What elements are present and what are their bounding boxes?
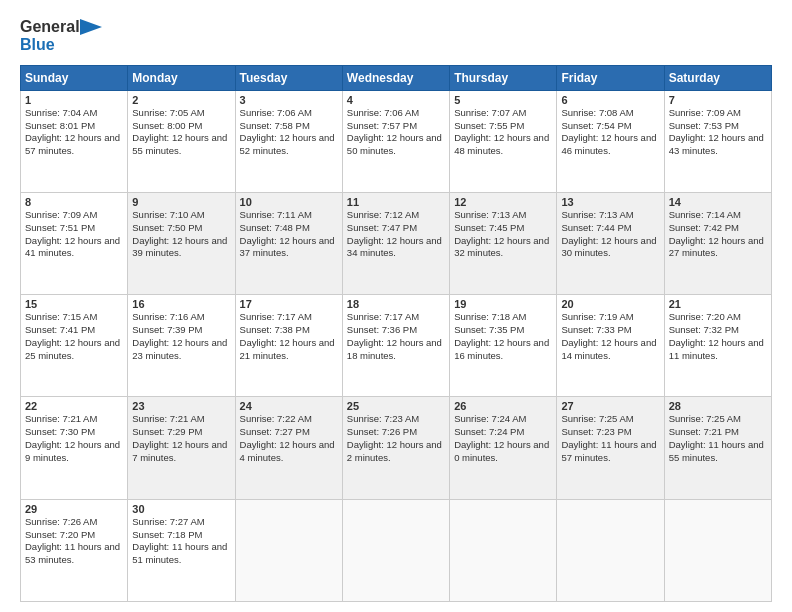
calendar-cell: 11Sunrise: 7:12 AMSunset: 7:47 PMDayligh…	[342, 193, 449, 295]
day-header-friday: Friday	[557, 65, 664, 90]
day-info: Sunrise: 7:14 AMSunset: 7:42 PMDaylight:…	[669, 209, 767, 260]
day-info: Sunrise: 7:04 AMSunset: 8:01 PMDaylight:…	[25, 107, 123, 158]
day-info: Sunrise: 7:21 AMSunset: 7:29 PMDaylight:…	[132, 413, 230, 464]
day-info: Sunrise: 7:24 AMSunset: 7:24 PMDaylight:…	[454, 413, 552, 464]
calendar-cell: 9Sunrise: 7:10 AMSunset: 7:50 PMDaylight…	[128, 193, 235, 295]
calendar-cell: 4Sunrise: 7:06 AMSunset: 7:57 PMDaylight…	[342, 90, 449, 192]
day-number: 8	[25, 196, 123, 208]
day-number: 1	[25, 94, 123, 106]
day-info: Sunrise: 7:18 AMSunset: 7:35 PMDaylight:…	[454, 311, 552, 362]
calendar-week-4: 22Sunrise: 7:21 AMSunset: 7:30 PMDayligh…	[21, 397, 772, 499]
calendar-cell: 26Sunrise: 7:24 AMSunset: 7:24 PMDayligh…	[450, 397, 557, 499]
calendar-table: SundayMondayTuesdayWednesdayThursdayFrid…	[20, 65, 772, 602]
calendar-cell	[342, 499, 449, 601]
calendar-cell: 22Sunrise: 7:21 AMSunset: 7:30 PMDayligh…	[21, 397, 128, 499]
calendar-cell: 21Sunrise: 7:20 AMSunset: 7:32 PMDayligh…	[664, 295, 771, 397]
day-number: 12	[454, 196, 552, 208]
svg-marker-0	[80, 19, 102, 35]
day-info: Sunrise: 7:23 AMSunset: 7:26 PMDaylight:…	[347, 413, 445, 464]
day-header-saturday: Saturday	[664, 65, 771, 90]
day-info: Sunrise: 7:15 AMSunset: 7:41 PMDaylight:…	[25, 311, 123, 362]
day-info: Sunrise: 7:16 AMSunset: 7:39 PMDaylight:…	[132, 311, 230, 362]
day-info: Sunrise: 7:13 AMSunset: 7:45 PMDaylight:…	[454, 209, 552, 260]
day-info: Sunrise: 7:05 AMSunset: 8:00 PMDaylight:…	[132, 107, 230, 158]
day-number: 2	[132, 94, 230, 106]
calendar-cell: 1Sunrise: 7:04 AMSunset: 8:01 PMDaylight…	[21, 90, 128, 192]
logo-text-general: General	[20, 18, 80, 36]
calendar-cell	[664, 499, 771, 601]
day-info: Sunrise: 7:06 AMSunset: 7:57 PMDaylight:…	[347, 107, 445, 158]
day-number: 19	[454, 298, 552, 310]
calendar-cell: 8Sunrise: 7:09 AMSunset: 7:51 PMDaylight…	[21, 193, 128, 295]
calendar-cell	[557, 499, 664, 601]
day-info: Sunrise: 7:13 AMSunset: 7:44 PMDaylight:…	[561, 209, 659, 260]
calendar-cell: 28Sunrise: 7:25 AMSunset: 7:21 PMDayligh…	[664, 397, 771, 499]
header: General Blue	[20, 18, 772, 55]
calendar-cell: 6Sunrise: 7:08 AMSunset: 7:54 PMDaylight…	[557, 90, 664, 192]
day-number: 11	[347, 196, 445, 208]
day-header-thursday: Thursday	[450, 65, 557, 90]
day-info: Sunrise: 7:26 AMSunset: 7:20 PMDaylight:…	[25, 516, 123, 567]
day-number: 24	[240, 400, 338, 412]
day-info: Sunrise: 7:17 AMSunset: 7:38 PMDaylight:…	[240, 311, 338, 362]
day-info: Sunrise: 7:07 AMSunset: 7:55 PMDaylight:…	[454, 107, 552, 158]
day-info: Sunrise: 7:09 AMSunset: 7:51 PMDaylight:…	[25, 209, 123, 260]
day-number: 17	[240, 298, 338, 310]
day-info: Sunrise: 7:21 AMSunset: 7:30 PMDaylight:…	[25, 413, 123, 464]
day-number: 13	[561, 196, 659, 208]
calendar-header-row: SundayMondayTuesdayWednesdayThursdayFrid…	[21, 65, 772, 90]
day-header-wednesday: Wednesday	[342, 65, 449, 90]
day-info: Sunrise: 7:11 AMSunset: 7:48 PMDaylight:…	[240, 209, 338, 260]
day-info: Sunrise: 7:20 AMSunset: 7:32 PMDaylight:…	[669, 311, 767, 362]
calendar-cell: 18Sunrise: 7:17 AMSunset: 7:36 PMDayligh…	[342, 295, 449, 397]
day-number: 10	[240, 196, 338, 208]
calendar-cell: 24Sunrise: 7:22 AMSunset: 7:27 PMDayligh…	[235, 397, 342, 499]
day-number: 5	[454, 94, 552, 106]
logo-text-blue: Blue	[20, 36, 55, 54]
day-info: Sunrise: 7:19 AMSunset: 7:33 PMDaylight:…	[561, 311, 659, 362]
day-info: Sunrise: 7:22 AMSunset: 7:27 PMDaylight:…	[240, 413, 338, 464]
day-number: 30	[132, 503, 230, 515]
page: General Blue SundayMondayTuesdayWednesda…	[0, 0, 792, 612]
calendar-cell: 2Sunrise: 7:05 AMSunset: 8:00 PMDaylight…	[128, 90, 235, 192]
calendar-cell: 13Sunrise: 7:13 AMSunset: 7:44 PMDayligh…	[557, 193, 664, 295]
day-header-tuesday: Tuesday	[235, 65, 342, 90]
day-number: 6	[561, 94, 659, 106]
calendar-cell: 14Sunrise: 7:14 AMSunset: 7:42 PMDayligh…	[664, 193, 771, 295]
logo-arrow-icon	[80, 19, 102, 35]
calendar-cell: 19Sunrise: 7:18 AMSunset: 7:35 PMDayligh…	[450, 295, 557, 397]
day-number: 18	[347, 298, 445, 310]
day-number: 22	[25, 400, 123, 412]
calendar-cell: 25Sunrise: 7:23 AMSunset: 7:26 PMDayligh…	[342, 397, 449, 499]
calendar-cell	[450, 499, 557, 601]
logo-container: General Blue	[20, 18, 102, 55]
day-number: 27	[561, 400, 659, 412]
calendar-week-5: 29Sunrise: 7:26 AMSunset: 7:20 PMDayligh…	[21, 499, 772, 601]
calendar-cell: 7Sunrise: 7:09 AMSunset: 7:53 PMDaylight…	[664, 90, 771, 192]
day-number: 14	[669, 196, 767, 208]
calendar-cell: 17Sunrise: 7:17 AMSunset: 7:38 PMDayligh…	[235, 295, 342, 397]
calendar-cell: 27Sunrise: 7:25 AMSunset: 7:23 PMDayligh…	[557, 397, 664, 499]
day-number: 26	[454, 400, 552, 412]
day-info: Sunrise: 7:25 AMSunset: 7:21 PMDaylight:…	[669, 413, 767, 464]
calendar-cell: 29Sunrise: 7:26 AMSunset: 7:20 PMDayligh…	[21, 499, 128, 601]
day-number: 15	[25, 298, 123, 310]
day-number: 20	[561, 298, 659, 310]
day-number: 9	[132, 196, 230, 208]
calendar-cell: 23Sunrise: 7:21 AMSunset: 7:29 PMDayligh…	[128, 397, 235, 499]
day-number: 16	[132, 298, 230, 310]
calendar-cell: 5Sunrise: 7:07 AMSunset: 7:55 PMDaylight…	[450, 90, 557, 192]
calendar-week-3: 15Sunrise: 7:15 AMSunset: 7:41 PMDayligh…	[21, 295, 772, 397]
calendar-cell: 3Sunrise: 7:06 AMSunset: 7:58 PMDaylight…	[235, 90, 342, 192]
day-number: 23	[132, 400, 230, 412]
calendar-cell: 30Sunrise: 7:27 AMSunset: 7:18 PMDayligh…	[128, 499, 235, 601]
calendar-cell: 20Sunrise: 7:19 AMSunset: 7:33 PMDayligh…	[557, 295, 664, 397]
day-info: Sunrise: 7:17 AMSunset: 7:36 PMDaylight:…	[347, 311, 445, 362]
day-info: Sunrise: 7:10 AMSunset: 7:50 PMDaylight:…	[132, 209, 230, 260]
day-info: Sunrise: 7:06 AMSunset: 7:58 PMDaylight:…	[240, 107, 338, 158]
calendar-week-2: 8Sunrise: 7:09 AMSunset: 7:51 PMDaylight…	[21, 193, 772, 295]
day-number: 21	[669, 298, 767, 310]
day-number: 25	[347, 400, 445, 412]
logo: General Blue	[20, 18, 102, 55]
calendar-week-1: 1Sunrise: 7:04 AMSunset: 8:01 PMDaylight…	[21, 90, 772, 192]
